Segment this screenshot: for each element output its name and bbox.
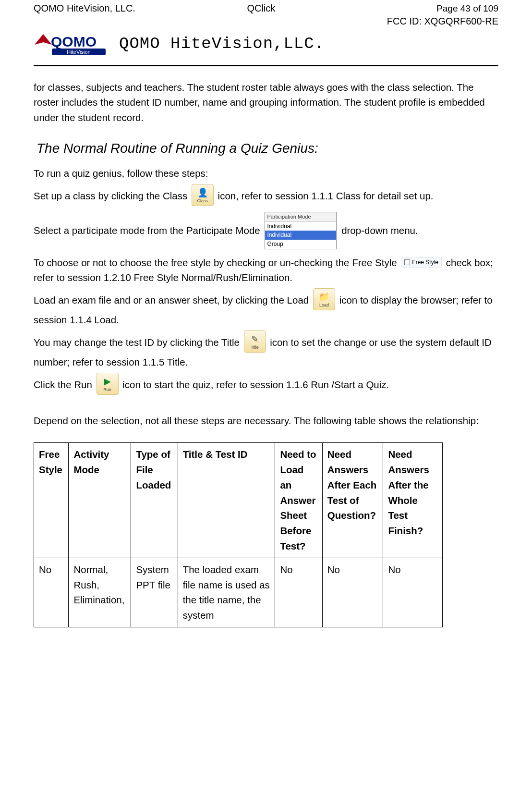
title-icon[interactable]: ✎ Title — [244, 330, 266, 353]
relationship-table: Free Style Activity Mode Type of File Lo… — [34, 442, 443, 627]
step-2-text-a: Select a participate mode from the Parti… — [34, 225, 263, 236]
step-7: Depend on the selection, not all these s… — [34, 413, 498, 428]
dropdown-title: Participation Mode — [265, 212, 336, 222]
step-3-text-a: To choose or not to choose the free styl… — [34, 257, 399, 268]
th-free-style: Free Style — [34, 443, 69, 558]
th-activity-mode: Activity Mode — [69, 443, 131, 558]
header-product: QClick — [247, 3, 275, 14]
svg-text:QOMO: QOMO — [51, 34, 97, 49]
class-icon-label: Class — [197, 198, 208, 205]
page-header: QOMO HiteVision, LLC. QClick Page 43 of … — [34, 0, 498, 27]
page-prefix: Page — [436, 3, 460, 13]
step-2: Select a participate mode from the Parti… — [34, 213, 498, 250]
load-icon[interactable]: 📁 Load — [313, 288, 335, 310]
td-need-answer-sheet: No — [275, 558, 322, 627]
th-title-test-id: Title & Test ID — [178, 443, 275, 558]
title-icon-label: Title — [251, 344, 259, 351]
dropdown-option-2[interactable]: Group — [265, 240, 336, 249]
step-6-text-a: Click the Run — [34, 379, 95, 390]
dropdown-option-selected[interactable]: Individual — [265, 231, 336, 240]
run-icon[interactable]: ▶ Run — [97, 373, 119, 395]
td-activity-mode: Normal, Rush, Elimination, — [69, 558, 131, 627]
participation-mode-dropdown[interactable]: Participation Mode Individual Individual… — [265, 212, 337, 249]
free-style-checkbox[interactable]: Free Style — [401, 257, 442, 268]
pencil-icon: ✎ — [251, 335, 258, 343]
step-2-text-b: drop-down menu. — [341, 225, 418, 236]
brand-title: QOMO HiteVision,LLC. — [119, 35, 325, 53]
person-icon: 👤 — [197, 188, 208, 197]
logo-row: QOMO HiteVision QOMO HiteVision,LLC. — [34, 30, 498, 62]
page-of: of — [471, 3, 483, 13]
td-title-test-id: The loaded exam file name is used as the… — [178, 558, 275, 627]
th-need-answer-sheet: Need to Load an Answer Sheet Before Test… — [275, 443, 322, 558]
svg-text:HiteVision: HiteVision — [67, 49, 90, 55]
step-4-text-a: Load an exam file and or an answer sheet… — [34, 295, 312, 306]
intro-paragraph: for classes, subjects and teachers. The … — [34, 80, 498, 125]
step-1: Set up a class by clicking the Class 👤 C… — [34, 186, 498, 208]
header-company: QOMO HiteVision, LLC. — [34, 3, 135, 14]
steps-lead: To run a quiz genius, follow these steps… — [34, 166, 498, 181]
step-5: You may change the test ID by clicking t… — [34, 332, 498, 370]
checkbox-icon[interactable] — [404, 259, 410, 265]
td-need-answers-whole: No — [383, 558, 442, 627]
step-6-text-b: icon to start the quiz, refer to session… — [122, 379, 389, 390]
svg-marker-0 — [35, 34, 52, 45]
free-style-label: Free Style — [412, 258, 438, 267]
load-icon-label: Load — [319, 302, 329, 309]
run-icon-label: Run — [103, 387, 111, 393]
td-need-answers-each: No — [322, 558, 383, 627]
th-need-answers-whole: Need Answers After the Whole Test Finish… — [383, 443, 442, 558]
dropdown-option-0[interactable]: Individual — [265, 222, 336, 231]
page-current: 43 — [460, 3, 471, 13]
table-header-row: Free Style Activity Mode Type of File Lo… — [34, 443, 443, 558]
td-file-type: System PPT file — [131, 558, 178, 627]
step-1-text-a: Set up a class by clicking the Class — [34, 190, 190, 201]
step-5-text-a: You may change the test ID by clicking t… — [34, 337, 240, 348]
header-separator — [34, 65, 498, 66]
qomo-logo-icon: QOMO HiteVision — [34, 30, 110, 57]
step-4: Load an exam file and or an answer sheet… — [34, 290, 498, 328]
page-total: 109 — [483, 3, 498, 13]
step-6: Click the Run ▶ Run icon to start the qu… — [34, 375, 498, 397]
step-3: To choose or not to choose the free styl… — [34, 255, 498, 286]
play-icon: ▶ — [104, 377, 111, 386]
th-need-answers-each: Need Answers After Each Test of Question… — [322, 443, 383, 558]
header-fcc: FCC ID: XQGQRF600-RE — [387, 15, 498, 27]
page-number: Page 43 of 109 — [387, 3, 498, 15]
step-1-text-b: icon, refer to session 1.1.1 Class for d… — [218, 190, 434, 201]
folder-icon: 📁 — [319, 293, 329, 301]
table-row: No Normal, Rush, Elimination, System PPT… — [34, 558, 443, 627]
section-heading: The Normal Routine of Running a Quiz Gen… — [36, 141, 498, 156]
th-file-type: Type of File Loaded — [131, 443, 178, 558]
td-free-style: No — [34, 558, 69, 627]
class-icon[interactable]: 👤 Class — [192, 184, 214, 206]
